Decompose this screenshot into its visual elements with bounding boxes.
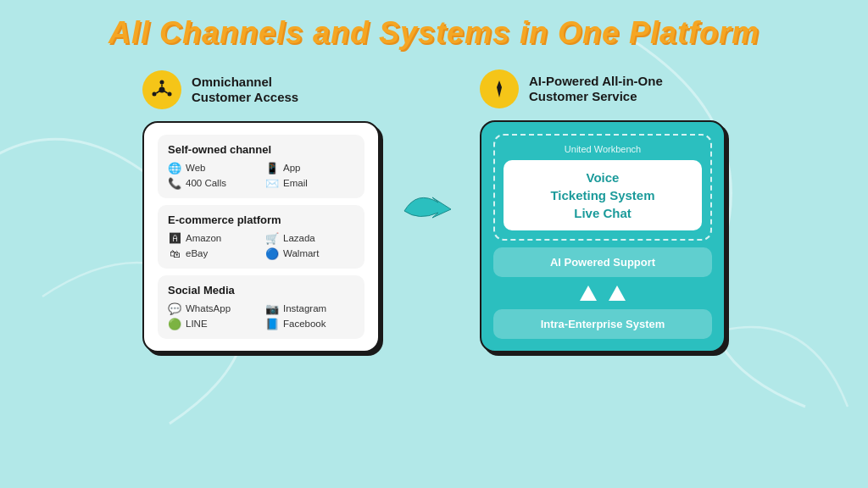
left-card: Self-owned channel 🌐 Web 📱 App 📞 400 (142, 121, 380, 352)
list-item: 📷 Instagram (265, 302, 354, 315)
social-media-title: Social Media (168, 284, 354, 297)
svg-point-1 (160, 80, 164, 84)
list-item: 🟢 LINE (168, 318, 257, 330)
social-media-items: 💬 WhatsApp 📷 Instagram 🟢 LINE 📘 (168, 302, 354, 330)
left-section: Omnichannel Customer Access Self-owned c… (142, 70, 380, 352)
right-section-header: AI-Powered All-in-One Customer Service (480, 69, 663, 108)
line-icon: 🟢 (168, 318, 181, 330)
arrow-up-right (609, 286, 626, 301)
ecommerce-items: 🅰 Amazon 🛒 Lazada 🛍 eBay 🔵 (168, 232, 354, 260)
social-media-group: Social Media 💬 WhatsApp 📷 Instagram 🟢 (158, 275, 364, 339)
ai-powered-box: AI Powered Support (493, 247, 712, 277)
list-item: ✉️ Email (265, 177, 354, 190)
self-owned-group: Self-owned channel 🌐 Web 📱 App 📞 400 (158, 135, 364, 198)
email-icon: ✉️ (265, 177, 279, 190)
svg-marker-7 (497, 80, 502, 87)
arrows-up (493, 284, 712, 302)
app-icon: 📱 (265, 162, 279, 175)
intra-enterprise-box: Intra-Enterprise System (493, 309, 712, 339)
self-owned-title: Self-owned channel (168, 143, 354, 156)
svg-point-2 (168, 92, 172, 96)
right-heading: AI-Powered All-in-One Customer Service (529, 74, 663, 104)
workbench-outer: United Workbench VoiceTicketing SystemLi… (493, 134, 712, 241)
whatsapp-icon: 💬 (168, 302, 181, 315)
arrow-container (400, 186, 459, 236)
list-item: 📘 Facebook (265, 318, 354, 330)
walmart-icon: 🔵 (265, 247, 279, 260)
svg-point-3 (153, 92, 157, 96)
right-section: AI-Powered All-in-One Customer Service U… (480, 69, 726, 352)
ecommerce-title: E-commerce platform (168, 214, 354, 226)
ai-icon (480, 69, 519, 108)
page-title: All Channels and Systems in One Platform (108, 15, 760, 51)
facebook-icon: 📘 (265, 318, 279, 330)
web-icon: 🌐 (168, 162, 181, 175)
main-content: All Channels and Systems in One Platform (0, 0, 868, 488)
list-item: 💬 WhatsApp (168, 302, 257, 315)
instagram-icon: 📷 (265, 302, 279, 315)
list-item: 📱 App (265, 162, 354, 175)
lazada-icon: 🛒 (265, 232, 279, 245)
left-heading: Omnichannel Customer Access (192, 75, 298, 105)
svg-line-6 (156, 91, 159, 93)
svg-point-0 (159, 86, 165, 92)
arrow-up-left (580, 286, 597, 301)
workbench-inner: VoiceTicketing SystemLive Chat (504, 160, 702, 230)
panels-row: Omnichannel Customer Access Self-owned c… (25, 69, 843, 352)
ecommerce-group: E-commerce platform 🅰 Amazon 🛒 Lazada 🛍 (158, 205, 364, 269)
list-item: 🅰 Amazon (168, 232, 257, 245)
list-item: 🛍 eBay (168, 247, 257, 260)
right-card: United Workbench VoiceTicketing SystemLi… (480, 120, 726, 352)
list-item: 🔵 Walmart (265, 247, 354, 260)
left-section-header: Omnichannel Customer Access (142, 70, 298, 109)
amazon-icon: 🅰 (168, 232, 181, 245)
self-owned-items: 🌐 Web 📱 App 📞 400 Calls ✉️ (168, 162, 354, 190)
omnichannel-icon (142, 70, 181, 109)
workbench-inner-text: VoiceTicketing SystemLive Chat (515, 169, 690, 222)
calls-icon: 📞 (168, 177, 181, 190)
list-item: 🌐 Web (168, 162, 257, 175)
ebay-icon: 🛍 (168, 247, 181, 260)
svg-marker-8 (497, 87, 502, 97)
svg-line-5 (164, 91, 168, 93)
workbench-label: United Workbench (504, 144, 702, 154)
list-item: 📞 400 Calls (168, 177, 257, 190)
list-item: 🛒 Lazada (265, 232, 354, 245)
